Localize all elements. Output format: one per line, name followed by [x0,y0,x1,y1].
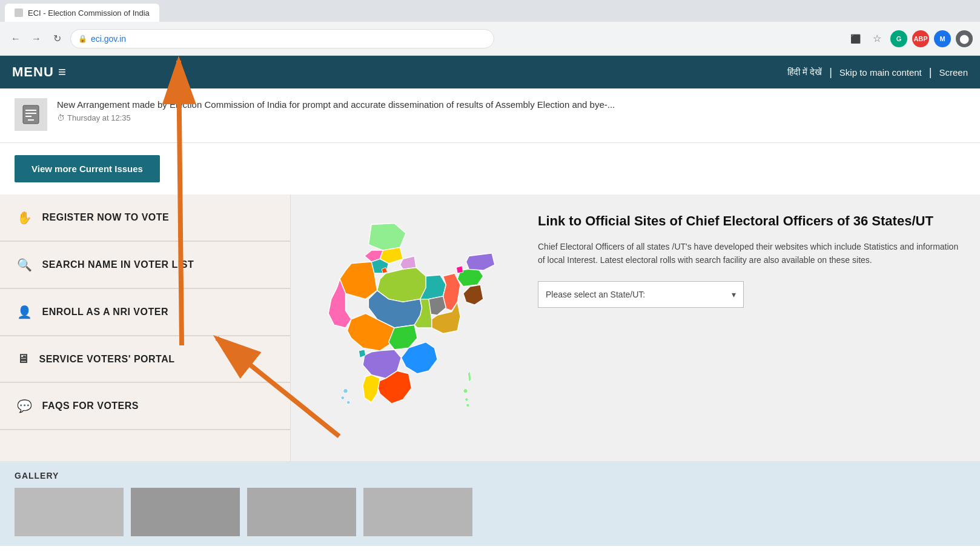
nav-item-nri-label: ENROLL AS A NRI VOTER [42,307,168,318]
svg-point-6 [463,388,468,393]
site-header: MENU ≡ हिंदी में देखें | Skip to main co… [0,56,980,88]
gallery-items [15,488,965,536]
state-select-wrapper: Please select an State/UT: Andhra Prades… [538,281,744,308]
news-icon-svg [19,103,42,126]
grammarly-icon[interactable]: G [890,30,907,47]
gallery-section: GALLERY [0,461,980,546]
nav-buttons: ← → ↻ [7,30,65,47]
news-icon [15,98,47,131]
url-display: eci.gov.in [91,34,126,44]
gallery-item [247,488,356,536]
skip-to-main-link[interactable]: Skip to main content [839,67,922,78]
tab-title: ECI - Election Commission of India [28,8,150,18]
gallery-item [131,488,240,536]
active-tab[interactable]: ECI - Election Commission of India [5,4,159,22]
india-map [309,219,503,437]
news-time: ⏱ Thursday at 12:35 [57,113,965,122]
map-container [291,195,521,461]
service-icon: 🖥 [17,352,30,366]
nav-item-search[interactable]: 🔍 SEARCH NAME IN VOTER LIST [0,242,290,289]
svg-point-11 [346,401,350,404]
news-banner: New Arrangement made by Election Commiss… [0,88,980,143]
screen-link[interactable]: Screen [939,67,968,78]
tab-bar: ECI - Election Commission of India [0,0,980,22]
clock-icon: ⏱ [57,113,65,122]
nav-item-register[interactable]: ✋ REGISTER NOW TO VOTE [0,195,290,242]
sidebar-nav: ✋ REGISTER NOW TO VOTE 🔍 SEARCH NAME IN … [0,195,291,461]
ext-blue-icon[interactable]: M [934,30,951,47]
svg-point-9 [343,388,348,393]
svg-point-7 [465,398,469,402]
header-links: हिंदी में देखें | Skip to main content |… [787,66,968,79]
address-bar[interactable]: 🔒 eci.gov.in [70,29,494,48]
tab-favicon [15,8,23,17]
gallery-title: GALLERY [15,471,965,481]
gallery-item [363,488,472,536]
search-icon: 🔍 [17,258,33,272]
state-select[interactable]: Please select an State/UT: Andhra Prades… [538,282,743,307]
adblock-icon[interactable]: ABP [912,30,929,47]
view-more-section: View more Current Issues [0,143,980,195]
nav-item-search-label: SEARCH NAME IN VOTER LIST [42,259,194,270]
back-button[interactable]: ← [7,30,24,47]
faqs-icon: 💬 [17,399,33,413]
svg-point-8 [466,404,469,407]
view-more-button[interactable]: View more Current Issues [15,155,160,182]
news-content: New Arrangement made by Election Commiss… [57,98,965,122]
forward-button[interactable]: → [28,30,45,47]
info-description: Chief Electoral Officers of all states /… [538,240,963,267]
info-title: Link to Official Sites of Chief Electora… [538,213,963,230]
main-content: ✋ REGISTER NOW TO VOTE 🔍 SEARCH NAME IN … [0,195,980,461]
hindi-link[interactable]: हिंदी में देखें [787,67,822,78]
nav-item-nri[interactable]: 👤 ENROLL AS A NRI VOTER [0,289,290,336]
gallery-item [15,488,124,536]
browser-chrome: ← → ↻ 🔒 eci.gov.in ⬛ ☆ G ABP M ⬤ [0,22,980,56]
lock-icon: 🔒 [78,35,87,43]
nav-item-faqs-label: FAQS FOR VOTERS [42,401,139,411]
nav-item-service[interactable]: 🖥 SERVICE VOTERS' PORTAL [0,336,290,383]
cast-icon[interactable]: ⬛ [847,30,864,47]
svg-point-10 [341,396,345,400]
svg-rect-0 [23,105,39,124]
news-title: New Arrangement made by Election Commiss… [57,98,965,111]
browser-extensions: ⬛ ☆ G ABP M ⬤ [847,30,973,47]
profile-icon[interactable]: ⬤ [956,30,973,47]
map-info-section: Link to Official Sites of Chief Electora… [291,195,980,461]
menu-button[interactable]: MENU ≡ [12,64,67,80]
nav-item-service-label: SERVICE VOTERS' PORTAL [39,354,175,365]
info-panel: Link to Official Sites of Chief Electora… [521,195,980,461]
nav-item-faqs[interactable]: 💬 FAQS FOR VOTERS [0,383,290,430]
bookmark-icon[interactable]: ☆ [869,30,886,47]
register-icon: ✋ [17,210,33,225]
nav-item-register-label: REGISTER NOW TO VOTE [42,212,170,223]
nri-icon: 👤 [17,305,33,319]
reload-button[interactable]: ↻ [48,30,65,47]
